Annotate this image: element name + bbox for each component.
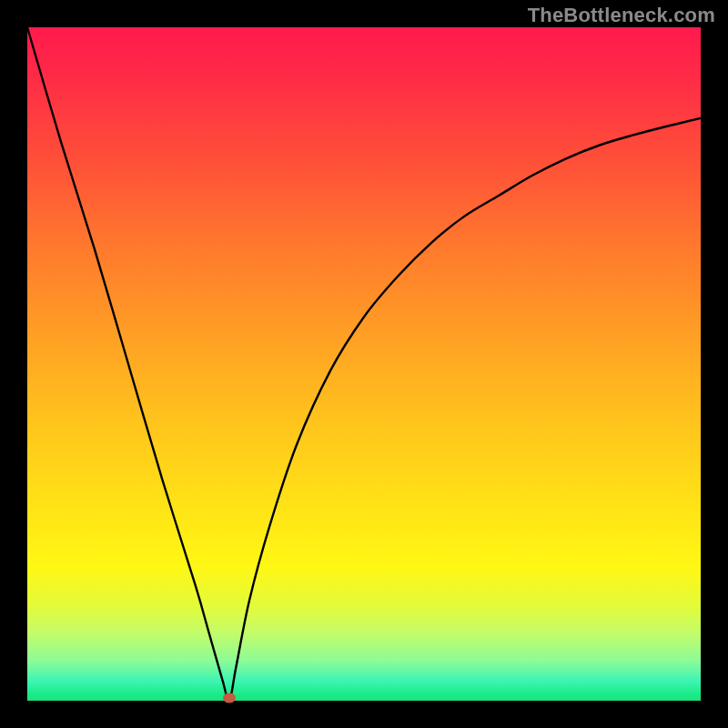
minimum-marker <box>223 693 236 703</box>
watermark-text: TheBottleneck.com <box>528 4 715 27</box>
bottleneck-curve <box>27 27 701 701</box>
chart-frame: TheBottleneck.com <box>0 0 728 728</box>
curve-path <box>27 27 701 701</box>
